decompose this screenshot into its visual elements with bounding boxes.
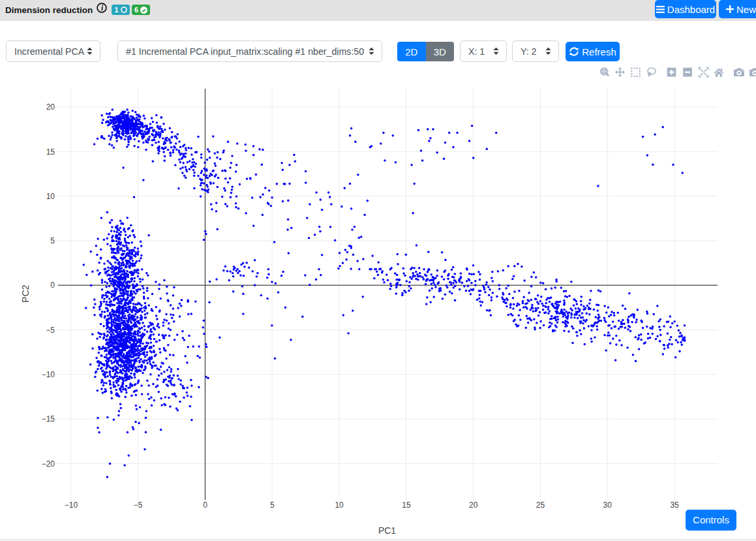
svg-text:20: 20 [469,501,478,510]
svg-text:20: 20 [46,102,55,112]
svg-text:5: 5 [270,501,275,510]
svg-text:−10: −10 [65,501,78,510]
svg-text:0: 0 [203,501,207,510]
svg-text:−5: −5 [134,501,143,510]
svg-text:35: 35 [670,501,679,510]
svg-text:−5: −5 [46,326,55,335]
svg-text:25: 25 [536,501,545,510]
svg-text:0: 0 [50,281,55,290]
svg-text:−10: −10 [42,370,55,379]
svg-text:5: 5 [50,236,55,245]
svg-text:i: i [101,4,104,12]
svg-text:10: 10 [335,501,344,510]
svg-text:10: 10 [46,192,55,201]
svg-text:−20: −20 [42,459,55,469]
svg-text:−15: −15 [42,414,55,424]
svg-text:PC1: PC1 [378,525,396,536]
svg-text:PC2: PC2 [20,285,31,302]
svg-text:30: 30 [603,501,612,510]
svg-text:15: 15 [402,501,411,510]
svg-text:15: 15 [46,147,55,157]
